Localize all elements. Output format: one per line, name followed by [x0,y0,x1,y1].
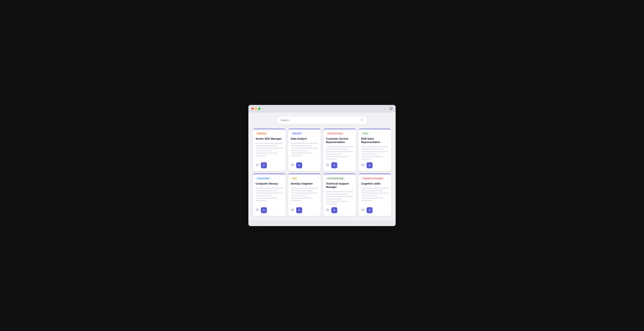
card-line [256,198,278,199]
cards-grid: MarketingSenior SEO Manager+Data & BIDat… [253,129,391,216]
svg-point-7 [292,210,293,210]
card-line [291,150,307,151]
card-line [326,203,337,204]
card-title: Cognitive skills [361,182,389,185]
svg-point-6 [257,210,258,210]
card-line [291,192,318,194]
card-line [326,198,342,200]
card-line [361,148,383,150]
svg-line-1 [362,120,363,121]
add-button[interactable]: + [261,207,267,213]
card-footer: + [256,207,283,213]
card-badge: Marketing [256,132,268,135]
search-wrapper [253,116,391,124]
card-line [291,195,307,196]
card-line [361,188,389,189]
add-button[interactable]: + [296,207,302,213]
svg-point-5 [362,164,363,166]
card-line [326,154,342,155]
svg-point-4 [327,164,328,166]
card-line [291,188,318,189]
eye-icon[interactable] [256,163,259,168]
add-button[interactable]: + [366,207,372,213]
browser-titlebar: ▪ [248,105,396,112]
card-title: B2B Sales Representative [361,137,389,144]
card-line [256,145,278,146]
search-icon [360,118,363,122]
card-line [256,150,272,151]
card-title: Customer Service Representative [326,137,353,144]
eye-icon[interactable] [326,163,329,168]
card-customer-facing: Customer FacingCustomer Service Represen… [323,129,356,171]
card-lines [326,191,353,204]
card-cognitive-personality: Cognitive & PersonalityCognitive skills+ [358,174,391,216]
card-line [256,152,278,154]
card-footer: + [361,207,389,213]
add-button[interactable]: + [331,207,337,213]
card-line [361,200,372,201]
add-button[interactable]: + [296,162,302,168]
card-line [326,158,337,160]
card-badge: Generic Skills [256,177,271,180]
card-line [326,148,348,150]
card-line [291,155,302,156]
card-data-bi: Data & BIData Analyst+ [288,129,321,171]
card-footer: + [326,162,353,168]
card-lines [361,188,389,204]
traffic-light-yellow[interactable] [255,108,257,110]
eye-icon[interactable] [361,208,365,212]
card-line [326,146,353,148]
card-line [326,194,348,195]
card-footer: + [256,162,283,168]
card-lines [361,146,389,160]
card-line [326,191,353,192]
card-line [361,158,372,160]
card-footer: + [326,207,353,213]
traffic-light-red[interactable] [252,108,254,110]
card-title: DevOps Engineer [291,182,318,185]
card-line [256,190,278,191]
eye-icon[interactable] [291,208,294,212]
svg-point-3 [292,164,293,166]
card-lines [256,188,283,204]
card-badge: R&D [291,177,298,180]
card-line [361,195,378,196]
card-lines [291,188,318,204]
search-bar-container [277,116,367,124]
card-line [256,143,283,144]
card-footer: + [291,162,318,168]
eye-icon[interactable] [256,208,259,212]
card-lines [291,143,318,160]
card-line [256,200,266,201]
card-lines [256,143,283,160]
add-button[interactable]: + [261,162,267,168]
card-line [361,198,383,199]
traffic-light-green[interactable] [258,108,260,110]
card-line [326,196,353,197]
card-marketing-seo: MarketingSenior SEO Manager+ [253,129,286,171]
svg-point-8 [327,210,328,210]
card-line [361,156,383,157]
card-line [256,195,272,196]
eye-icon[interactable] [361,163,365,168]
card-badge: Cognitive & Personality [361,177,384,180]
eye-icon[interactable] [326,208,329,212]
card-line [326,156,348,157]
card-title: Technical Support Manager [326,182,353,189]
add-button[interactable]: + [366,162,372,168]
card-line [361,154,378,155]
card-line [291,190,313,191]
card-generic-skills: Generic SkillsComputer literacy+ [253,174,286,216]
card-it-cybersecurity: IT & CybersecurityTechnical Support Mana… [323,174,356,216]
card-line [361,190,383,191]
card-line [291,143,318,144]
add-button[interactable]: + [331,162,337,168]
card-lines [326,146,353,160]
card-title: Senior SEO Manager [256,137,283,140]
search-input[interactable] [281,119,359,122]
browser-maximize-btn[interactable]: ▪ [390,107,392,110]
eye-icon[interactable] [291,163,294,168]
browser-content: MarketingSenior SEO Manager+Data & BIDat… [248,112,396,220]
card-badge: Data & BI [291,132,303,135]
card-line [256,192,283,194]
